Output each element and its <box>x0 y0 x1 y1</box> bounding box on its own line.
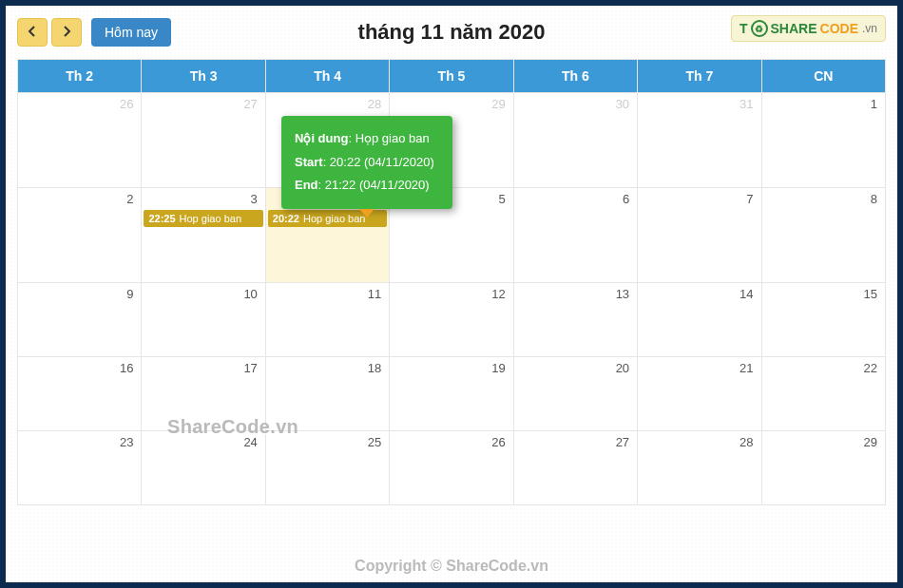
day-cell[interactable]: 24 <box>142 431 265 505</box>
day-cell[interactable]: 22 <box>761 357 885 431</box>
day-number: 27 <box>514 431 637 453</box>
day-cell[interactable]: 15 <box>761 283 885 357</box>
day-number: 17 <box>142 357 264 379</box>
day-number: 21 <box>638 357 760 379</box>
weekday-header: Th 2 <box>18 60 142 93</box>
day-cell[interactable]: 9 <box>18 283 142 357</box>
day-cell[interactable]: 27 <box>142 93 265 188</box>
day-number: 9 <box>18 283 141 305</box>
day-number: 3 <box>142 188 264 210</box>
day-cell[interactable]: 20 <box>513 357 637 431</box>
chevron-right-icon <box>62 24 71 41</box>
footer-copyright: Copyright © ShareCode.vn <box>6 558 897 575</box>
recycle-icon: ♻ <box>751 20 768 37</box>
day-cell[interactable]: 10 <box>142 283 265 357</box>
event-tooltip: Nội dung: Họp giao ban Start: 20:22 (04/… <box>281 116 452 209</box>
day-cell[interactable]: 30 <box>513 93 637 188</box>
day-number: 28 <box>638 431 760 453</box>
day-cell[interactable]: 12 <box>390 283 513 357</box>
day-number: 28 <box>266 93 389 115</box>
day-number: 1 <box>762 93 885 115</box>
day-cell[interactable]: 16 <box>18 357 142 431</box>
day-cell[interactable]: 19 <box>390 357 513 431</box>
day-cell[interactable]: 28 <box>638 431 761 505</box>
weekday-header: Th 3 <box>142 60 265 93</box>
day-cell[interactable]: 14 <box>638 283 761 357</box>
day-number: 22 <box>762 357 885 379</box>
event-time: 20:22 <box>273 213 299 224</box>
calendar-toolbar: Hôm nay tháng 11 năm 2020 T ♻ SHARECODE.… <box>17 15 886 49</box>
day-number: 13 <box>514 283 637 305</box>
weekday-header: Th 6 <box>513 60 637 93</box>
day-cell[interactable]: 6 <box>513 188 637 283</box>
day-cell[interactable]: 21 <box>638 357 761 431</box>
next-month-button[interactable] <box>51 18 82 47</box>
day-cell[interactable]: 18 <box>265 357 389 431</box>
day-cell[interactable]: 23 <box>18 431 142 505</box>
day-number: 25 <box>266 431 389 453</box>
day-number: 20 <box>514 357 637 379</box>
day-number: 8 <box>762 188 885 210</box>
weekday-header: Th 5 <box>390 60 513 93</box>
day-number: 14 <box>638 283 760 305</box>
prev-month-button[interactable] <box>17 18 48 47</box>
day-number: 29 <box>762 431 885 453</box>
day-number: 2 <box>18 188 141 210</box>
event-title: Hop giao ban <box>303 213 365 224</box>
day-cell[interactable]: 17 <box>142 357 265 431</box>
chevron-left-icon <box>28 24 37 41</box>
day-number: 19 <box>390 357 512 379</box>
day-number: 18 <box>266 357 389 379</box>
day-number: 30 <box>514 93 637 115</box>
day-number: 12 <box>390 283 512 305</box>
day-number: 11 <box>266 283 389 305</box>
day-cell[interactable]: 29 <box>761 431 885 505</box>
day-cell[interactable]: 1 <box>761 93 885 188</box>
day-number: 16 <box>18 357 141 379</box>
day-number: 27 <box>142 93 264 115</box>
weekday-header: Th 7 <box>638 60 761 93</box>
day-number: 23 <box>18 431 141 453</box>
event-title: Hop giao ban <box>180 213 241 224</box>
day-cell[interactable]: 26 <box>18 93 142 188</box>
day-number: 26 <box>18 93 141 115</box>
weekday-header: CN <box>761 60 885 93</box>
day-number: 24 <box>142 431 264 453</box>
day-number: 31 <box>638 93 760 115</box>
day-cell[interactable]: 11 <box>265 283 389 357</box>
event-time: 22:25 <box>148 213 175 224</box>
day-cell[interactable]: 13 <box>513 283 637 357</box>
day-number: 7 <box>638 188 760 210</box>
day-number: 15 <box>762 283 885 305</box>
brand-logo: T ♻ SHARECODE.vn <box>731 15 886 42</box>
day-cell[interactable]: 31 <box>638 93 761 188</box>
day-number: 10 <box>142 283 264 305</box>
day-cell[interactable]: 8 <box>761 188 885 283</box>
day-cell[interactable]: 7 <box>638 188 761 283</box>
day-number: 29 <box>390 93 512 115</box>
today-button[interactable]: Hôm nay <box>91 18 171 47</box>
day-cell[interactable]: 2 <box>18 188 142 283</box>
day-cell[interactable]: 27 <box>513 431 637 505</box>
event-chip[interactable]: 22:25Hop giao ban <box>144 210 262 227</box>
day-cell[interactable]: 25 <box>265 431 389 505</box>
day-number: 26 <box>390 431 512 453</box>
weekday-header: Th 4 <box>265 60 389 93</box>
day-cell[interactable]: 322:25Hop giao ban <box>142 188 265 283</box>
day-number: 6 <box>514 188 637 210</box>
day-cell[interactable]: 26 <box>390 431 513 505</box>
